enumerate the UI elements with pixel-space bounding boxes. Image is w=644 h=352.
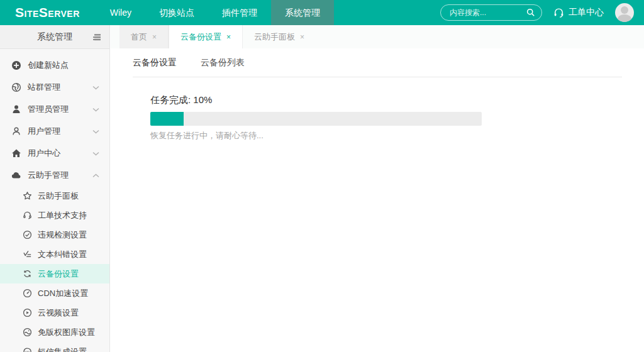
plus-circle-icon [11, 60, 21, 70]
ticket-center-link[interactable]: 工单中心 [553, 7, 604, 18]
progress-bar [150, 112, 482, 126]
nav-item-plugin-management[interactable]: 插件管理 [208, 0, 271, 25]
top-navigation: Wiley 切换站点 插件管理 系统管理 [96, 0, 334, 25]
sidebar-menu: 创建新站点 站群管理 管理员管理 [0, 49, 109, 352]
chevron-down-icon [92, 126, 99, 136]
sidebar: 系统管理 创建新站点 [0, 25, 110, 352]
tab-content: 云备份设置 云备份列表 任务完成: 10% 恢复任务进行中，请耐心等待... [111, 48, 644, 141]
chevron-down-icon [92, 148, 99, 158]
sidebar-header: 系统管理 [0, 25, 109, 49]
sidebar-subitem-label: 短信集成设置 [38, 346, 87, 352]
tab-cloud-backup-settings[interactable]: 云备份设置 × [169, 25, 243, 48]
sidebar-item-label: 站群管理 [28, 82, 60, 93]
subtab-cloud-backup-settings[interactable]: 云备份设置 [133, 57, 177, 69]
nav-item-wiley[interactable]: Wiley [96, 0, 145, 25]
sidebar-subitem-label: 免版权图库设置 [38, 327, 95, 338]
tab-label: 云备份设置 [180, 31, 221, 43]
sidebar-item-cloud-assistant[interactable]: 云助手管理 [0, 164, 109, 186]
tab-label: 首页 [131, 31, 147, 43]
sidebar-subitem-label: 云助手面板 [38, 190, 79, 202]
chevron-down-icon [92, 82, 99, 92]
tab-cloud-dashboard[interactable]: 云助手面板 × [243, 25, 316, 48]
headset-icon [553, 8, 564, 18]
sidebar-item-label: 用户中心 [28, 148, 60, 159]
sidebar-subitem-cloud-backup[interactable]: 云备份设置 [0, 264, 109, 283]
sidebar-subitem-sms-integration[interactable]: 短信集成设置 [0, 342, 109, 352]
content-search-box[interactable] [440, 4, 542, 21]
sidebar-subitem-text-correction[interactable]: 文本纠错设置 [0, 245, 109, 264]
admin-user-icon [11, 104, 21, 114]
sidebar-item-label: 管理员管理 [28, 104, 69, 115]
sidebar-subitem-label: 文本纠错设置 [38, 249, 87, 260]
sidebar-collapse-button[interactable] [92, 32, 102, 45]
progress-status-text: 恢复任务进行中，请耐心等待... [150, 130, 482, 141]
topbar: SITESERVER Wiley 切换站点 插件管理 系统管理 工单中心 [0, 0, 644, 25]
avatar-person-icon [621, 6, 628, 14]
logo-text: S [15, 5, 25, 20]
ticket-center-label: 工单中心 [569, 7, 604, 18]
search-icon[interactable] [526, 8, 535, 17]
spellcheck-icon [22, 250, 32, 260]
sidebar-subitem-cloud-dashboard[interactable]: 云助手面板 [0, 186, 109, 206]
user-icon [11, 126, 21, 136]
user-avatar[interactable] [615, 3, 634, 22]
sidebar-item-site-group[interactable]: 站群管理 [0, 76, 109, 98]
tab-label: 云助手面板 [254, 31, 295, 43]
sidebar-subitem-label: CDN加速设置 [38, 288, 88, 299]
sidebar-item-user-center[interactable]: 用户中心 [0, 142, 109, 164]
chat-dots-icon [22, 347, 32, 352]
subtab-cloud-backup-list[interactable]: 云备份列表 [201, 57, 245, 69]
image-circle-icon [22, 327, 32, 338]
sidebar-subitem-label: 违规检测设置 [38, 229, 87, 241]
sidebar-item-label: 云助手管理 [28, 170, 69, 181]
siteserver-logo[interactable]: SITESERVER [0, 5, 96, 20]
sidebar-subitem-label: 工单技术支持 [38, 210, 87, 221]
progress-label: 任务完成: 10% [150, 94, 482, 106]
globe-icon [11, 82, 21, 92]
tab-home[interactable]: 首页 × [119, 25, 169, 48]
sidebar-item-admin-management[interactable]: 管理员管理 [0, 98, 109, 120]
sidebar-subitem-cdn-acceleration[interactable]: CDN加速设置 [0, 283, 109, 303]
close-icon[interactable]: × [152, 33, 157, 41]
sidebar-item-label: 创建新站点 [28, 60, 69, 71]
sidebar-item-label: 用户管理 [28, 126, 60, 137]
chevron-down-icon [92, 104, 99, 114]
subtab-bar: 云备份设置 云备份列表 [133, 48, 622, 77]
menu-list-icon [92, 32, 102, 42]
progress-fill [150, 112, 184, 126]
home-icon [11, 148, 21, 158]
nav-item-system-management[interactable]: 系统管理 [271, 0, 334, 25]
sidebar-item-create-site[interactable]: 创建新站点 [0, 54, 109, 76]
sidebar-subitem-cloud-video[interactable]: 云视频设置 [0, 303, 109, 322]
tab-bar: 首页 × 云备份设置 × 云助手面板 × [111, 25, 644, 48]
sidebar-subitem-label: 云备份设置 [38, 268, 79, 280]
close-icon[interactable]: × [226, 33, 231, 41]
topbar-right: 工单中心 [440, 3, 644, 22]
sidebar-subitem-ticket-support[interactable]: 工单技术支持 [0, 206, 109, 225]
restore-progress-block: 任务完成: 10% 恢复任务进行中，请耐心等待... [150, 94, 482, 141]
sidebar-item-user-management[interactable]: 用户管理 [0, 120, 109, 142]
sidebar-subitem-label: 云视频设置 [38, 307, 79, 319]
cloud-icon [11, 170, 21, 180]
close-icon[interactable]: × [300, 33, 304, 41]
chevron-up-icon [92, 170, 99, 180]
main-area: 首页 × 云备份设置 × 云助手面板 × 云备份设置 云备份列表 任务完成: 1… [111, 25, 644, 352]
sidebar-title: 系统管理 [37, 31, 72, 43]
sidebar-subitem-royalty-free-gallery[interactable]: 免版权图库设置 [0, 322, 109, 342]
search-input[interactable] [450, 8, 526, 17]
check-circle-icon [22, 230, 32, 240]
nav-item-switch-site[interactable]: 切换站点 [145, 0, 208, 25]
star-icon [22, 191, 32, 201]
headset-icon [22, 211, 32, 221]
speedometer-icon [22, 289, 32, 299]
sync-icon [22, 269, 32, 279]
sidebar-subitem-violation-detection[interactable]: 违规检测设置 [0, 225, 109, 245]
play-circle-icon [22, 308, 32, 318]
